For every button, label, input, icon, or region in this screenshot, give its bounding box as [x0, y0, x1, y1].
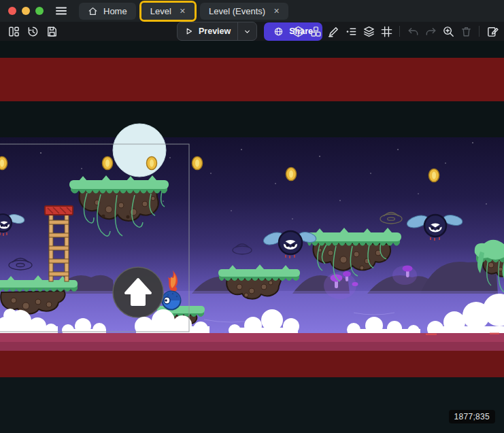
coin: [429, 169, 439, 182]
zoom-in-button[interactable]: [440, 23, 456, 39]
preview-split-button: Preview: [177, 22, 257, 41]
preview-label: Preview: [199, 27, 231, 36]
grid-button[interactable]: [378, 23, 394, 39]
tab-level-events[interactable]: Level (Events) ✕: [200, 3, 288, 20]
below-scene-area: [0, 377, 504, 433]
tab-level[interactable]: Level ✕: [141, 3, 195, 20]
redo-button[interactable]: [422, 23, 439, 39]
objects-icon: [309, 25, 322, 38]
globe-icon: [273, 27, 284, 37]
tab-highlight: Level ✕: [139, 1, 197, 22]
redo-icon: [424, 25, 437, 38]
moon[interactable]: [113, 124, 166, 177]
toolbar-divider: [399, 26, 400, 37]
maximize-window-button[interactable]: [35, 7, 44, 15]
trash-button[interactable]: [458, 23, 474, 39]
tab-label: Level (Events): [209, 6, 265, 16]
coin: [0, 157, 7, 170]
coin: [192, 157, 203, 170]
pencil-icon: [327, 25, 340, 38]
undo-button[interactable]: [405, 23, 421, 39]
history-icon: [27, 25, 39, 38]
3d-box-button[interactable]: [290, 23, 306, 39]
close-window-button[interactable]: [8, 7, 16, 15]
objects-button[interactable]: [307, 23, 324, 39]
preview-dropdown-button[interactable]: [237, 22, 256, 40]
toolbar: Preview Share: [0, 22, 504, 41]
ground-detail: [490, 333, 499, 335]
pencil-button[interactable]: [325, 23, 341, 39]
toolbar-right-group: [290, 22, 501, 41]
cursor-coordinates-badge: 1877;835: [449, 410, 495, 423]
toolbar-divider: [479, 26, 480, 37]
save-button[interactable]: [44, 23, 60, 39]
grid-icon: [380, 25, 393, 38]
tab-label: Home: [103, 6, 127, 16]
close-tab-icon[interactable]: ✕: [180, 7, 186, 16]
touch-arrow-button[interactable]: [113, 267, 163, 317]
titlebar: Home Level ✕ Level (Events) ✕: [0, 0, 504, 22]
ground-detail: [426, 334, 437, 336]
coin: [286, 168, 297, 181]
instances-list-icon: [345, 25, 358, 38]
tab-label: Level: [150, 6, 171, 16]
top-red-band[interactable]: [0, 58, 504, 101]
menu-button[interactable]: [53, 3, 69, 19]
traffic-lights: [8, 7, 44, 15]
chevron-down-icon: [243, 27, 252, 36]
home-icon: [88, 6, 98, 16]
scene-editor-canvas[interactable]: 1877;835: [0, 41, 504, 433]
ground-red-band[interactable]: [0, 351, 504, 377]
preview-button[interactable]: Preview: [178, 27, 237, 36]
edit-properties-icon: [486, 25, 499, 38]
toolbar-left-group: [5, 22, 60, 41]
ground-bands[interactable]: [0, 333, 504, 433]
zoom-in-icon: [442, 25, 455, 38]
undo-icon: [407, 25, 420, 38]
editor-window: Home Level ✕ Level (Events) ✕: [0, 0, 504, 433]
minimize-window-button[interactable]: [22, 7, 30, 15]
play-icon: [184, 27, 194, 36]
trash-icon: [460, 25, 473, 38]
coin: [147, 157, 157, 170]
ground-pink-shade: [0, 342, 504, 351]
layers-icon: [363, 25, 375, 38]
project-manager-icon: [7, 25, 20, 38]
project-manager-button[interactable]: [5, 23, 22, 39]
layers-button[interactable]: [360, 23, 377, 39]
hamburger-icon: [54, 4, 68, 18]
close-tab-icon[interactable]: ✕: [273, 7, 280, 16]
tab-home[interactable]: Home: [79, 3, 136, 20]
scene-render: [0, 41, 504, 433]
edit-properties-button[interactable]: [484, 23, 501, 39]
history-button[interactable]: [24, 23, 41, 39]
coin: [103, 157, 113, 170]
save-icon: [46, 25, 58, 38]
instances-list-button[interactable]: [343, 23, 359, 39]
tab-bar: Home Level ✕ Level (Events) ✕: [79, 0, 288, 22]
3d-box-icon: [292, 25, 305, 38]
